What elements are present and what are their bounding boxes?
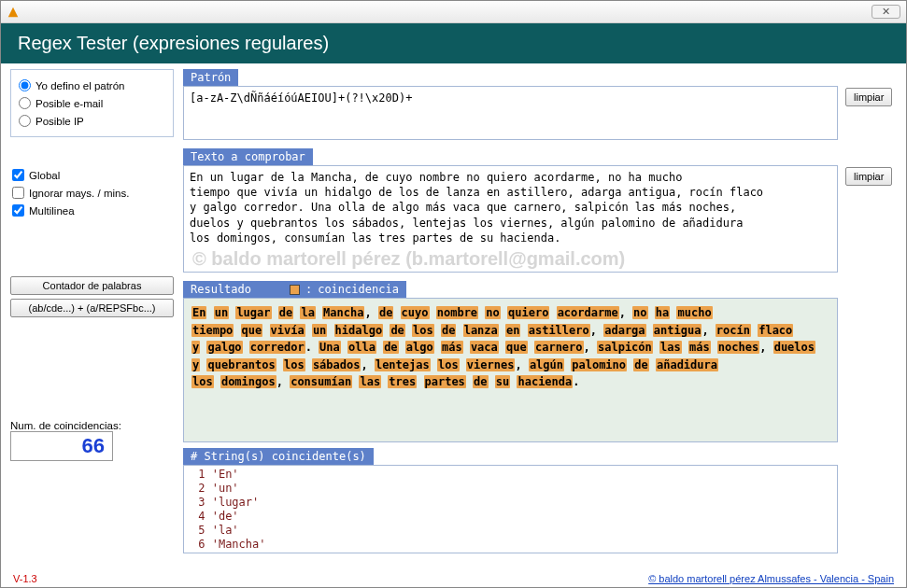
pattern-type-group: Yo defino el patrón Posible e-mail Posib… [10, 69, 174, 137]
radio-email[interactable]: Posible e-mail [19, 97, 165, 109]
check-multiline[interactable]: Multilinea [12, 204, 172, 217]
coincidence-count-label: Num. de coincidencias: [10, 420, 174, 431]
result-section-label: Resultado : coincidencia [183, 281, 406, 298]
radio-custom-pattern[interactable]: Yo defino el patrón [19, 79, 165, 91]
pattern-input[interactable] [183, 86, 838, 140]
app-icon [7, 6, 20, 19]
window-close-button[interactable]: ✕ [872, 5, 900, 19]
text-section-label: Texto a comprobar [183, 148, 313, 165]
clear-pattern-button[interactable]: limpiar [845, 88, 892, 106]
footer-credit-link[interactable]: © baldo martorell pérez Almussafes - Val… [648, 573, 894, 584]
check-global[interactable]: Global [12, 169, 172, 181]
check-ignorecase[interactable]: Ignorar mays. / mins. [12, 187, 172, 199]
text-input[interactable] [183, 165, 838, 273]
radio-ip[interactable]: Posible IP [19, 115, 165, 127]
window-titlebar: ✕ [1, 1, 906, 23]
options-group: Global Ignorar mays. / mins. Multilinea [10, 165, 174, 220]
svg-marker-0 [8, 7, 19, 17]
result-output: En un lugar de la Mancha, de cuyo nombre… [183, 298, 838, 442]
combo-button[interactable]: (ab/cde...) + (a/REPSFbc...) [10, 299, 174, 317]
matches-header: # String(s) coincidente(s) [183, 448, 374, 465]
version-label: V-1.3 [13, 573, 37, 584]
app-title: Regex Tester (expresiones regulares) [18, 33, 329, 53]
pattern-section-label: Patrón [183, 69, 238, 86]
highlight-swatch-icon [290, 285, 300, 295]
matches-list: 1 'En' 2 'un' 3 'lugar' 4 'de' 5 'la' 6 … [183, 465, 838, 553]
clear-text-button[interactable]: limpiar [845, 167, 892, 186]
word-counter-button[interactable]: Contador de palabras [10, 276, 174, 295]
app-header: Regex Tester (expresiones regulares) [1, 23, 906, 63]
coincidence-count-value: 66 [10, 431, 113, 461]
